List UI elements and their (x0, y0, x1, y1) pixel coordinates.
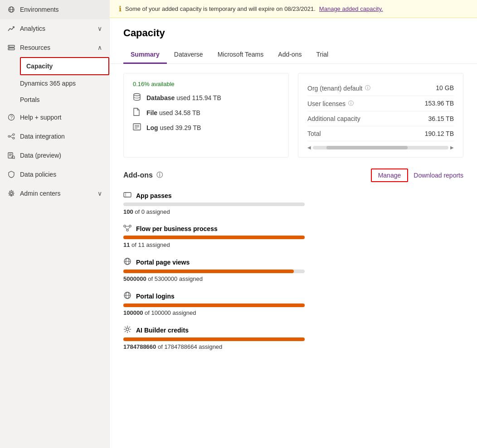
sidebar-item-capacity[interactable]: Capacity (20, 57, 109, 75)
scroll-left-arrow[interactable]: ◀ (307, 145, 311, 150)
download-reports-link[interactable]: Download reports (414, 172, 463, 179)
svg-point-30 (127, 229, 128, 231)
sidebar-item-data-integration-label: Data integration (20, 133, 65, 140)
help-icon: ? (7, 113, 15, 121)
sidebar-item-analytics-label: Analytics (20, 25, 45, 32)
portal-logins-icon (123, 291, 132, 301)
addons-info-icon: ⓘ (156, 171, 163, 179)
svg-line-48 (125, 331, 126, 332)
flow-biz-icon (123, 224, 132, 233)
summary-card-details: Org (tenant) default ⓘ 10 GB User licens… (298, 73, 463, 158)
detail-total: Total 190.12 TB (307, 126, 454, 141)
addon-portal-views-progress-bg (123, 270, 305, 273)
app-passes-icon (123, 191, 132, 200)
svg-point-11 (13, 137, 15, 139)
tab-summary[interactable]: Summary (123, 46, 167, 64)
addon-portal-logins-name: Portal logins (123, 291, 463, 301)
summary-row: 0.16% available Database used 115.94 TB … (123, 73, 463, 158)
addon-portal-views: Portal page views 5000000 of 5300000 ass… (123, 257, 463, 282)
addon-portal-views-name: Portal page views (123, 257, 463, 267)
detail-total-label: Total (307, 130, 321, 137)
detail-user-licenses: User licenses ⓘ 153.96 TB (307, 96, 454, 111)
addon-ai-builder-progress-bg (123, 337, 305, 341)
sidebar-item-portals[interactable]: Portals (20, 92, 109, 108)
sidebar-item-data-policies-label: Data policies (20, 171, 56, 178)
log-icon (133, 123, 142, 132)
available-pct: 0.16% available (133, 81, 279, 87)
svg-point-18 (12, 156, 15, 159)
addon-app-passes-name: App passes (123, 191, 463, 200)
file-icon (133, 108, 142, 117)
scroll-track (313, 146, 448, 149)
summary-card-storage: 0.16% available Database used 115.94 TB … (123, 73, 289, 158)
sidebar-item-dynamics365[interactable]: Dynamics 365 apps (20, 75, 109, 92)
capacity-banner: ℹ Some of your added capacity is tempora… (110, 0, 477, 18)
storage-database: Database used 115.94 TB (133, 93, 279, 102)
svg-line-47 (129, 327, 130, 328)
addon-portal-views-count: 5000000 of 5300000 assigned (123, 275, 463, 282)
sidebar-item-resources[interactable]: Resources ∧ (0, 38, 109, 57)
sidebar-item-resources-label: Resources (20, 44, 50, 51)
licenses-info-icon: ⓘ (348, 100, 354, 107)
log-label: Log used 39.29 TB (146, 124, 201, 131)
addons-actions: Manage Download reports (371, 169, 463, 182)
tab-add-ons[interactable]: Add-ons (271, 46, 309, 64)
scroll-bar: ◀ ▶ (307, 145, 454, 150)
resources-icon (7, 43, 15, 52)
sidebar-item-help[interactable]: ? Help + support (0, 108, 109, 127)
sidebar-item-data-policies[interactable]: Data policies (0, 165, 109, 184)
svg-point-5 (9, 46, 10, 47)
page-header: Capacity (110, 18, 477, 46)
resources-chevron: ∧ (97, 44, 102, 51)
addon-app-passes: App passes 100 of 0 assigned (123, 191, 463, 215)
admin-centers-icon (7, 189, 15, 198)
storage-file: File used 34.58 TB (133, 108, 279, 117)
svg-line-46 (129, 331, 130, 332)
data-preview-icon (7, 151, 15, 159)
detail-org-value: 10 GB (436, 84, 454, 92)
sidebar-item-analytics[interactable]: Analytics ∨ (0, 19, 109, 38)
ai-builder-icon (123, 325, 132, 335)
sidebar-item-admin-centers-label: Admin centers (20, 190, 60, 197)
addons-title: Add-ons ⓘ (123, 171, 163, 179)
tab-trial[interactable]: Trial (309, 46, 336, 64)
addon-flow-biz-name: Flow per business process (123, 224, 463, 233)
tab-dataverse[interactable]: Dataverse (167, 46, 210, 64)
page-title: Capacity (123, 27, 463, 39)
addon-flow-biz-progress-bg (123, 236, 305, 239)
addon-ai-builder-name: AI Builder credits (123, 325, 463, 335)
scroll-thumb (326, 146, 408, 149)
detail-licenses-label: User licenses ⓘ (307, 100, 354, 107)
sidebar-item-portals-label: Portals (20, 96, 40, 103)
svg-point-28 (124, 225, 126, 227)
sidebar-item-environments[interactable]: Environments (0, 0, 109, 19)
storage-log: Log used 39.29 TB (133, 123, 279, 132)
svg-line-19 (14, 158, 15, 159)
sidebar-item-data-integration[interactable]: Data integration (0, 127, 109, 146)
scroll-right-arrow[interactable]: ▶ (450, 145, 454, 150)
banner-manage-link[interactable]: Manage added capacity. (319, 5, 383, 12)
addon-flow-biz-progress-fill (123, 236, 305, 239)
sidebar-item-admin-centers[interactable]: Admin centers ∨ (0, 184, 109, 203)
svg-line-45 (125, 327, 126, 328)
sidebar-item-dynamics365-label: Dynamics 365 apps (20, 80, 76, 87)
svg-point-21 (134, 94, 140, 96)
addon-flow-biz: Flow per business process 11 of 11 assig… (123, 224, 463, 248)
svg-point-6 (9, 48, 10, 49)
addon-app-passes-progress-bg (123, 202, 305, 206)
detail-org-default: Org (tenant) default ⓘ 10 GB (307, 81, 454, 96)
addon-portal-views-label: Portal page views (136, 259, 190, 266)
svg-point-10 (13, 134, 15, 135)
addon-portal-logins-progress-bg (123, 303, 305, 307)
sidebar-item-data-preview[interactable]: Data (preview) (0, 146, 109, 165)
analytics-chevron: ∨ (97, 25, 102, 32)
resources-submenu: Capacity Dynamics 365 apps Portals (0, 57, 109, 108)
tabs-bar: Summary Dataverse Microsoft Teams Add-on… (110, 46, 477, 64)
manage-button[interactable]: Manage (371, 169, 409, 182)
admin-chevron: ∨ (97, 190, 102, 197)
environments-icon (7, 5, 15, 14)
main-content: ℹ Some of your added capacity is tempora… (110, 0, 477, 448)
tab-microsoft-teams[interactable]: Microsoft Teams (210, 46, 271, 64)
file-label: File used 34.58 TB (146, 109, 200, 116)
svg-line-12 (10, 135, 13, 137)
